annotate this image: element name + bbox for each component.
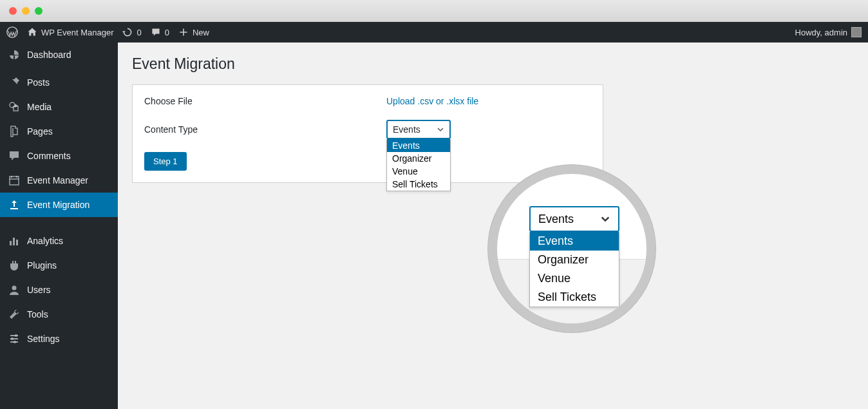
chevron-down-icon: [437, 126, 444, 133]
updates-count: 0: [137, 28, 141, 37]
content-type-select[interactable]: Events: [386, 120, 451, 139]
mac-titlebar: [0, 0, 868, 22]
sidebar-item-pages[interactable]: Pages: [0, 119, 118, 144]
svg-point-4: [15, 334, 17, 337]
plus-icon: [178, 27, 189, 37]
avatar: [851, 27, 862, 37]
updates-link[interactable]: 0: [122, 27, 141, 37]
user-icon: [8, 283, 21, 296]
wp-logo[interactable]: [6, 26, 18, 38]
sidebar-item-event-manager[interactable]: Event Manager: [0, 168, 118, 193]
mac-close-button[interactable]: [9, 7, 17, 15]
magnifier-option-venue: Venue: [530, 269, 619, 288]
magnifier-callout: Events Events Organizer Venue Sell Ticke…: [488, 165, 656, 332]
sidebar-item-dashboard[interactable]: Dashboard: [0, 43, 118, 67]
calendar-icon: [8, 174, 21, 187]
magnifier-option-organizer: Organizer: [530, 251, 619, 269]
sidebar-item-label: Tools: [27, 309, 48, 319]
refresh-icon: [122, 27, 133, 37]
pin-icon: [8, 76, 21, 89]
chart-icon: [8, 234, 21, 247]
sidebar-item-label: Users: [27, 285, 51, 295]
sidebar-item-label: Plugins: [27, 260, 57, 271]
sidebar-item-event-migration[interactable]: Event Migration: [0, 193, 118, 217]
select-option-sell-tickets[interactable]: Sell Tickets: [387, 178, 450, 191]
sidebar-item-label: Media: [27, 102, 52, 112]
sidebar-item-label: Comments: [27, 151, 71, 161]
wordpress-icon: [6, 26, 18, 38]
select-value: Events: [393, 124, 420, 135]
magnifier-dropdown: Events Organizer Venue Sell Tickets: [529, 232, 619, 307]
wrench-icon: [8, 308, 21, 321]
select-option-events[interactable]: Events: [387, 139, 450, 152]
home-icon: [27, 27, 37, 37]
sidebar-item-posts[interactable]: Posts: [0, 70, 118, 95]
choose-file-label: Choose File: [144, 96, 386, 106]
comments-count: 0: [165, 28, 169, 37]
plugin-icon: [8, 259, 21, 272]
settings-icon: [8, 332, 21, 345]
main-content: Event Migration Choose File Upload .csv …: [118, 43, 868, 409]
comment-icon: [151, 27, 161, 37]
svg-point-3: [12, 286, 17, 290]
dashboard-icon: [8, 48, 21, 61]
comments-link[interactable]: 0: [151, 27, 169, 37]
sidebar-item-label: Posts: [27, 77, 50, 88]
chevron-down-icon: [600, 214, 610, 224]
new-label: New: [193, 28, 209, 37]
sidebar-item-users[interactable]: Users: [0, 278, 118, 302]
svg-rect-2: [10, 176, 19, 185]
wp-admin-bar: WP Event Manager 0 0 New Howdy, admin: [0, 22, 868, 43]
site-name-text: WP Event Manager: [41, 28, 113, 37]
magnifier-select-value: Events: [538, 213, 574, 226]
migration-panel: Choose File Upload .csv or .xlsx file Co…: [132, 84, 603, 183]
pages-icon: [8, 125, 21, 138]
sidebar-item-label: Event Migration: [27, 200, 90, 210]
sidebar-item-tools[interactable]: Tools: [0, 302, 118, 327]
select-option-organizer[interactable]: Organizer: [387, 152, 450, 165]
sidebar-item-label: Settings: [27, 334, 60, 344]
greeting-text: Howdy, admin: [795, 28, 847, 37]
mac-maximize-button[interactable]: [35, 7, 42, 15]
account-link[interactable]: Howdy, admin: [795, 27, 862, 37]
magnifier-select: Events: [529, 206, 619, 232]
sidebar-item-comments[interactable]: Comments: [0, 144, 118, 168]
admin-sidebar: Dashboard Posts Media Pages Comments E: [0, 43, 118, 409]
magnifier-option-sell-tickets: Sell Tickets: [530, 288, 619, 307]
sidebar-item-media[interactable]: Media: [0, 95, 118, 119]
new-content-link[interactable]: New: [178, 27, 209, 37]
sidebar-item-settings[interactable]: Settings: [0, 327, 118, 351]
svg-point-5: [11, 338, 14, 340]
sidebar-item-analytics[interactable]: Analytics: [0, 229, 118, 253]
magnifier-option-events: Events: [530, 232, 619, 251]
page-title: Event Migration: [132, 55, 854, 73]
step-1-button[interactable]: Step 1: [144, 152, 187, 171]
comment-icon: [8, 149, 21, 162]
mac-minimize-button[interactable]: [22, 7, 30, 15]
sidebar-item-label: Dashboard: [27, 50, 71, 60]
svg-point-6: [14, 341, 16, 343]
site-name-link[interactable]: WP Event Manager: [27, 27, 113, 37]
content-type-label: Content Type: [144, 124, 386, 135]
media-icon: [8, 100, 21, 113]
select-option-venue[interactable]: Venue: [387, 165, 450, 178]
svg-point-1: [10, 102, 15, 108]
sidebar-item-label: Event Manager: [27, 175, 88, 185]
upload-file-link[interactable]: Upload .csv or .xlsx file: [386, 96, 478, 106]
sidebar-item-label: Analytics: [27, 236, 63, 246]
sidebar-item-label: Pages: [27, 126, 53, 137]
sidebar-item-plugins[interactable]: Plugins: [0, 253, 118, 278]
upload-icon: [8, 198, 21, 211]
content-type-dropdown: Events Organizer Venue Sell Tickets: [386, 139, 451, 191]
